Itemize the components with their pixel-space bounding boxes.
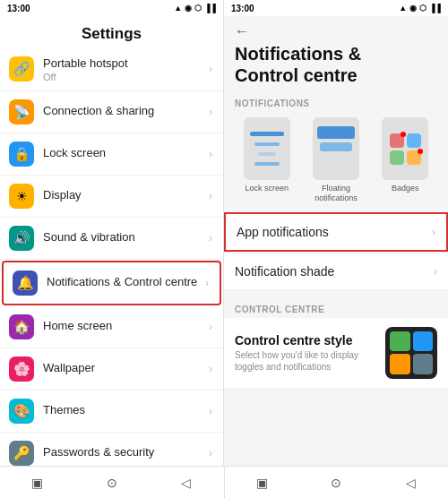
control-centre-label: CONTROL CENTRE [224,299,448,318]
chevron-icon: › [209,232,212,245]
sidebar-item-portable-hotspot[interactable]: 🔗 Portable hotspot Off › [0,48,223,91]
status-icons-right: ▲◉⬡▐▐ [399,4,441,13]
notifications-icon: 🔔 [13,270,38,296]
themes-icon: 🎨 [9,399,34,424]
security-icon: 🔑 [9,441,34,466]
chevron-icon: › [205,277,209,289]
right-panel-title: Notifications & Control centre [224,43,448,93]
lock-icon: 🔒 [9,142,34,167]
chevron-icon: › [434,265,437,278]
notif-style-lock-screen[interactable]: Lock screen [235,117,298,203]
sidebar-item-themes[interactable]: 🎨 Themes › [0,391,223,433]
menu-item-app-notifications[interactable]: App notifications › [224,212,448,252]
chevron-icon: › [209,106,212,118]
wallpaper-icon: 🌸 [9,356,34,382]
notifications-section-label: NOTIFICATIONS [224,93,448,112]
home-icon: 🏠 [9,314,34,339]
sidebar-item-wallpaper[interactable]: 🌸 Wallpaper › [0,348,223,391]
nav-home-button-left[interactable]: ⊙ [74,467,149,498]
sidebar-item-lock-screen[interactable]: 🔒 Lock screen › [0,133,223,176]
menu-item-notification-shade[interactable]: Notification shade › [224,253,448,290]
control-centre-section: CONTROL CENTRE Control centre style Sele… [224,299,448,388]
right-detail-panel: ← Notifications & Control centre NOTIFIC… [224,16,448,466]
chevron-icon: › [209,447,212,459]
display-icon: ☀ [9,184,34,209]
control-centre-style-item[interactable]: Control centre style Select how you'd li… [224,318,448,388]
notification-styles-container: Lock screen Floating notifications [224,112,448,212]
chevron-icon: › [209,405,212,417]
sidebar-item-connection-sharing[interactable]: 📡 Connection & sharing › [0,91,223,133]
sidebar-item-sound-vibration[interactable]: 🔊 Sound & vibration › [0,218,223,260]
nav-recents-button-left[interactable]: ◁ [149,467,223,498]
status-time-left: 13:00 [7,4,30,13]
bottom-nav-left: ▣ ⊙ ◁ [0,467,225,498]
status-time-right: 13:00 [231,4,254,13]
sidebar-item-passwords-security[interactable]: 🔑 Passwords & security › [0,433,223,466]
sidebar-item-notifications[interactable]: 🔔 Notifications & Control centre › [2,261,221,305]
bottom-navigation: ▣ ⊙ ◁ ▣ ⊙ ◁ [0,466,448,498]
chevron-icon: › [209,63,212,75]
chevron-icon: › [209,363,212,375]
nav-back-button-left[interactable]: ▣ [0,467,74,498]
connection-icon: 📡 [9,99,34,124]
cc-title: Control centre style [235,333,376,348]
cc-style-thumbnail [385,327,437,379]
hotspot-icon: 🔗 [9,56,34,82]
chevron-icon: › [432,226,435,238]
sidebar-item-home-screen[interactable]: 🏠 Home screen › [0,306,223,348]
chevron-icon: › [209,321,212,333]
nav-recents-button-right[interactable]: ◁ [374,467,448,498]
back-button[interactable]: ← [235,23,249,39]
bottom-nav-right: ▣ ⊙ ◁ [225,467,449,498]
status-icons-left: ▲◉⬡▐▐ [174,4,216,13]
chevron-icon: › [209,190,212,202]
notif-style-badges[interactable]: Badges [374,117,437,203]
left-settings-panel: Settings 🔗 Portable hotspot Off › 📡 Conn… [0,16,224,466]
sidebar-item-display[interactable]: ☀ Display › [0,176,223,218]
right-panel-header: ← [224,16,448,43]
page-title: Settings [0,16,223,48]
settings-list: 🔗 Portable hotspot Off › 📡 Connection & … [0,48,223,466]
nav-home-button-right[interactable]: ⊙ [299,467,374,498]
nav-back-button-right[interactable]: ▣ [225,467,299,498]
sound-icon: 🔊 [9,226,34,251]
chevron-icon: › [209,148,212,160]
notif-style-floating[interactable]: Floating notifications [304,117,367,203]
cc-description: Select how you'd like to display toggles… [235,349,376,373]
